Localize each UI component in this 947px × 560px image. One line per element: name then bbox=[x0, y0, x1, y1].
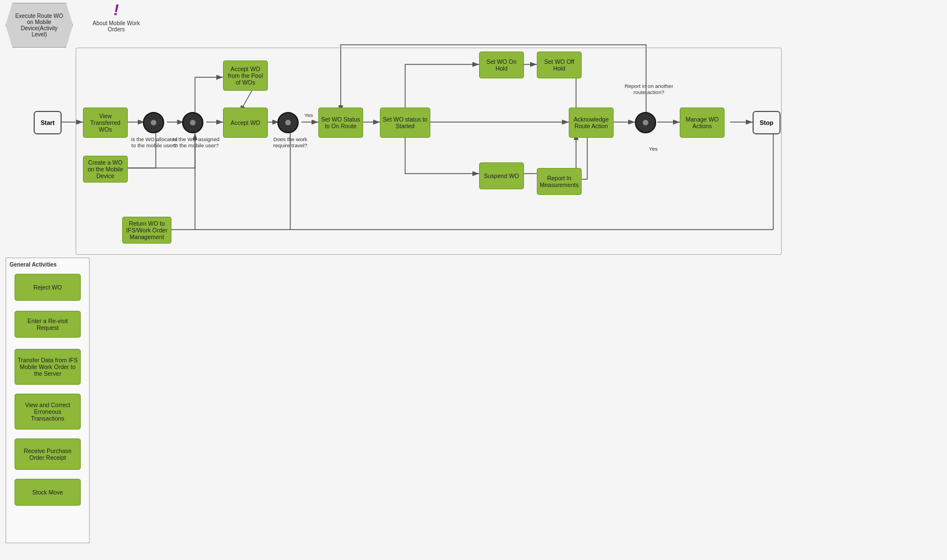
accept-wo[interactable]: Accept WO bbox=[223, 108, 268, 138]
about-annotation[interactable]: ! About Mobile Work Orders bbox=[87, 1, 146, 32]
process-canvas: Execute Route WO on Mobile Device(Activi… bbox=[0, 0, 947, 560]
return-wo[interactable]: Return WO to IFS/Work Order Management bbox=[122, 217, 171, 244]
general-purchase-order[interactable]: Receive Purchase Order Receipt bbox=[15, 438, 81, 470]
create-wo-mobile[interactable]: Create a WO on the Mobile Device bbox=[83, 156, 128, 183]
set-wo-started[interactable]: Set WO status to Started bbox=[380, 108, 430, 138]
general-revisit[interactable]: Enter a Re-visit Request bbox=[15, 311, 81, 338]
general-activities-panel: General Activities Reject WO Enter a Re-… bbox=[6, 258, 90, 543]
about-icon: ! bbox=[114, 1, 119, 19]
yes-label-4: Yes bbox=[649, 146, 658, 152]
general-panel-title: General Activities bbox=[10, 262, 57, 268]
accept-wo-pool[interactable]: Accept WO from the Pool of WOs bbox=[223, 60, 268, 91]
suspend-wo[interactable]: Suspend WO bbox=[479, 162, 524, 189]
gateway-4 bbox=[635, 112, 656, 133]
about-label: About Mobile Work Orders bbox=[87, 20, 146, 32]
main-swimlane bbox=[76, 48, 782, 255]
general-stock-move[interactable]: Stock Move bbox=[15, 479, 81, 506]
yes-label-2: Yes bbox=[189, 112, 198, 118]
yes-label-3: Yes bbox=[304, 112, 313, 118]
set-wo-on-route[interactable]: Set WO Status to On Route bbox=[318, 108, 363, 138]
gateway-3-label: Does the work require travel? bbox=[268, 136, 313, 148]
acknowledge-route-action[interactable]: Acknowledge Route Action bbox=[569, 108, 614, 138]
general-reject-wo[interactable]: Reject WO bbox=[15, 274, 81, 301]
set-wo-off-hold[interactable]: Set WO Off Hold bbox=[537, 52, 582, 78]
general-transfer-data[interactable]: Transfer Data from IFS Mobile Work Order… bbox=[15, 349, 81, 385]
set-wo-on-hold[interactable]: Set WO On Hold bbox=[479, 52, 524, 78]
stop-node[interactable]: Stop bbox=[753, 111, 781, 134]
general-view-correct[interactable]: View and Correct Erroneous Transactions bbox=[15, 394, 81, 430]
gateway-2-label: Is the WO assigned to the mobile user? bbox=[171, 136, 221, 148]
start-node[interactable]: Start bbox=[34, 111, 62, 134]
manage-wo-actions[interactable]: Manage WO Actions bbox=[680, 108, 725, 138]
gateway-4-label-above: Report in on another route action? bbox=[621, 83, 677, 95]
view-transferred-wos[interactable]: View Transferred WOs bbox=[83, 108, 128, 138]
execute-route-shape: Execute Route WO on Mobile Device(Activi… bbox=[6, 3, 73, 48]
report-in-meas-box[interactable]: Report In Measurements bbox=[537, 168, 582, 195]
yes-label-1: Yes bbox=[150, 112, 159, 118]
gateway-3 bbox=[277, 112, 299, 133]
